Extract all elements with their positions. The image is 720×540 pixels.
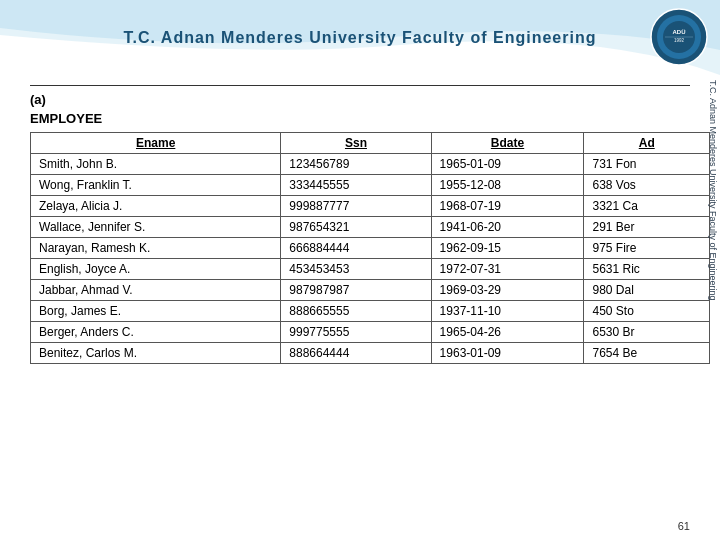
table-cell: 638 Vos [584,175,710,196]
table-cell: 666884444 [281,238,431,259]
table-cell: 333445555 [281,175,431,196]
table-cell: Berger, Anders C. [31,322,281,343]
university-logo: ADÜ 1992 [650,8,708,66]
table-cell: 1962-09-15 [431,238,584,259]
table-cell: 1965-04-26 [431,322,584,343]
svg-text:1992: 1992 [674,38,685,43]
header: T.C. Adnan Menderes University Faculty o… [0,0,720,75]
table-cell: 291 Ber [584,217,710,238]
section-label: (a) [30,92,690,107]
col-bdate: Bdate [431,133,584,154]
col-address: Ad [584,133,710,154]
table-cell: 450 Sto [584,301,710,322]
table-cell: 1955-12-08 [431,175,584,196]
table-row: Narayan, Ramesh K.6668844441962-09-15975… [31,238,710,259]
table-cell: Benitez, Carlos M. [31,343,281,364]
table-row: English, Joyce A.4534534531972-07-315631… [31,259,710,280]
table-cell: 1963-01-09 [431,343,584,364]
table-cell: 123456789 [281,154,431,175]
table-cell: 1937-11-10 [431,301,584,322]
table-cell: 888664444 [281,343,431,364]
table-cell: Jabbar, Ahmad V. [31,280,281,301]
table-cell: 987987987 [281,280,431,301]
svg-text:ADÜ: ADÜ [673,29,686,35]
table-cell: 987654321 [281,217,431,238]
table-cell: Smith, John B. [31,154,281,175]
employee-table: Ename Ssn Bdate Ad Smith, John B.1234567… [30,132,710,364]
table-cell: 1972-07-31 [431,259,584,280]
table-title: EMPLOYEE [30,111,690,126]
table-row: Zelaya, Alicia J.9998877771968-07-193321… [31,196,710,217]
main-content: (a) EMPLOYEE Ename Ssn Bdate Ad Smith, J… [0,75,720,374]
table-cell: 3321 Ca [584,196,710,217]
col-ssn: Ssn [281,133,431,154]
table-cell: 1968-07-19 [431,196,584,217]
table-row: Benitez, Carlos M.8886644441963-01-09765… [31,343,710,364]
table-row: Wallace, Jennifer S.9876543211941-06-202… [31,217,710,238]
table-cell: Borg, James E. [31,301,281,322]
table-cell: 888665555 [281,301,431,322]
table-row: Smith, John B.1234567891965-01-09731 Fon [31,154,710,175]
table-cell: Wallace, Jennifer S. [31,217,281,238]
table-row: Borg, James E.8886655551937-11-10450 Sto [31,301,710,322]
table-cell: 975 Fire [584,238,710,259]
side-text: T.C. Adnan Menderes University Faculty o… [707,80,720,301]
table-cell: 999887777 [281,196,431,217]
table-cell: Wong, Franklin T. [31,175,281,196]
table-cell: Zelaya, Alicia J. [31,196,281,217]
table-cell: 6530 Br [584,322,710,343]
table-cell: English, Joyce A. [31,259,281,280]
table-cell: 7654 Be [584,343,710,364]
table-row: Wong, Franklin T.3334455551955-12-08638 … [31,175,710,196]
table-cell: 453453453 [281,259,431,280]
table-cell: 1941-06-20 [431,217,584,238]
table-cell: 731 Fon [584,154,710,175]
table-cell: 1969-03-29 [431,280,584,301]
table-row: Berger, Anders C.9997755551965-04-266530… [31,322,710,343]
table-cell: 999775555 [281,322,431,343]
table-cell: Narayan, Ramesh K. [31,238,281,259]
col-ename: Ename [31,133,281,154]
table-cell: 5631 Ric [584,259,710,280]
table-cell: 980 Dal [584,280,710,301]
table-row: Jabbar, Ahmad V.9879879871969-03-29980 D… [31,280,710,301]
divider [30,85,690,86]
page-number: 61 [678,520,690,532]
header-title: T.C. Adnan Menderes University Faculty o… [124,29,597,47]
table-cell: 1965-01-09 [431,154,584,175]
